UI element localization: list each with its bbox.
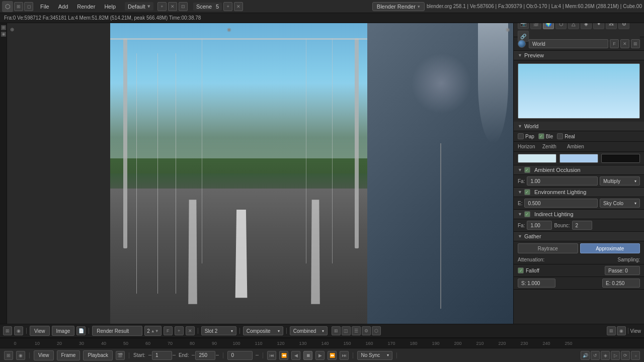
env-sky-dropdown[interactable]: Sky Colo xyxy=(600,199,640,208)
playback-view-button[interactable]: View xyxy=(34,350,54,360)
physics-icon[interactable]: ⚙ xyxy=(618,23,629,29)
view-icon-1[interactable]: ⊞ xyxy=(332,326,341,335)
render-bar-layout-icon[interactable]: ⊞ xyxy=(3,326,12,335)
object-icon[interactable]: ⬡ xyxy=(555,23,567,29)
e-input[interactable]: E: 0.250 xyxy=(602,279,640,288)
ao-multiply-dropdown[interactable]: Multiply xyxy=(600,176,640,186)
remove-scene-icon[interactable]: ✕ xyxy=(234,2,243,11)
render-icon[interactable]: 📷 xyxy=(518,23,529,29)
timeline-bar[interactable]: 0 10 20 30 40 50 60 70 80 90 100 110 120… xyxy=(0,338,644,348)
start-frame-input[interactable]: 1 xyxy=(152,351,172,360)
image-button[interactable]: Image xyxy=(52,326,75,336)
frame-icon[interactable]: F xyxy=(164,326,173,335)
play-button[interactable]: ▶ xyxy=(315,351,325,360)
texture-icon[interactable]: ✦ xyxy=(593,23,604,29)
real-checkbox[interactable] xyxy=(557,133,563,139)
right-icon-2[interactable]: ◉ xyxy=(617,326,626,335)
menu-help[interactable]: Help xyxy=(100,3,120,11)
marker-icon[interactable]: ◈ xyxy=(601,351,610,360)
world-section-header[interactable]: ▼ World xyxy=(514,122,644,131)
fullscreen-icon[interactable]: ⊡ xyxy=(179,2,188,11)
add-scene-icon[interactable]: + xyxy=(223,2,232,11)
jump-start-button[interactable]: ⏮ xyxy=(267,351,276,360)
stop-button[interactable]: ⏹ xyxy=(303,351,312,360)
play-region-icon[interactable]: ▷ xyxy=(611,351,620,360)
render-engine-selector[interactable]: Blender Render ▾ xyxy=(372,2,425,11)
raytrace-button[interactable]: Raytrace xyxy=(518,243,578,253)
world-new-icon[interactable]: ⊞ xyxy=(631,39,640,48)
right-3d-view[interactable]: ◉ xyxy=(367,23,513,324)
preview-section-header[interactable]: ▼ Preview xyxy=(514,51,644,60)
end-frame-input[interactable]: 250 xyxy=(195,351,215,360)
next-frame-button[interactable]: ⏩ xyxy=(328,351,337,360)
menu-add[interactable]: Add xyxy=(54,3,72,11)
audio-icon[interactable]: 🔊 xyxy=(581,351,590,360)
loop-icon[interactable]: ⟳ xyxy=(621,351,630,360)
world-name-input[interactable]: World xyxy=(529,39,608,48)
s-input[interactable]: S: 1.000 xyxy=(518,279,555,288)
ind-bounc-input[interactable]: 2 xyxy=(572,221,592,230)
combined-dropdown[interactable]: Combined xyxy=(290,326,328,335)
prev-frame-button[interactable]: ⏪ xyxy=(279,351,288,360)
env-checkbox[interactable] xyxy=(524,189,530,195)
mesh-icon[interactable]: △ xyxy=(568,23,579,29)
playback-frame-button[interactable]: Frame xyxy=(57,350,80,360)
falloff-checkbox[interactable] xyxy=(518,267,524,274)
scene-name[interactable]: Scene 5 xyxy=(193,3,222,11)
menu-render[interactable]: Render xyxy=(73,3,99,11)
zenith-color-swatch[interactable] xyxy=(559,154,598,163)
keyframe-icon[interactable]: ⬦ xyxy=(631,351,640,360)
world-icon active[interactable]: 🌍 xyxy=(543,23,554,29)
right-icon-1[interactable]: ⊞ xyxy=(607,326,616,335)
maximize-icon[interactable]: ◻ xyxy=(24,2,33,11)
playback-pin-icon[interactable]: ◉ xyxy=(16,351,25,360)
ind-fa-input[interactable]: 1.00 xyxy=(527,221,552,230)
gather-section-header[interactable]: ▼ Gather xyxy=(514,232,644,241)
horizon-color-swatch[interactable] xyxy=(518,154,556,163)
approximate-button[interactable]: Approximate xyxy=(580,243,640,253)
env-section-header[interactable]: ▼ Environment Lighting xyxy=(514,188,644,197)
playback-anim-icon[interactable]: 🎬 xyxy=(116,351,125,360)
view-icon-3[interactable]: ☰ xyxy=(352,326,361,335)
material-icon[interactable]: ◈ xyxy=(581,23,592,29)
frame-remove-icon[interactable]: ✕ xyxy=(186,326,195,335)
image-file-icon[interactable]: 📄 xyxy=(76,326,86,335)
slot-dropdown[interactable]: Slot 2 xyxy=(201,326,236,335)
sync-icon[interactable]: ↺ xyxy=(591,351,600,360)
world-browse-icon[interactable]: F xyxy=(610,39,619,48)
current-frame-input[interactable]: 0 xyxy=(227,351,253,360)
ble-checkbox[interactable] xyxy=(538,133,544,139)
screen-layout-icon[interactable]: ⊞ xyxy=(14,2,23,11)
frame-number-input[interactable]: 2 ▲▼ xyxy=(144,326,161,336)
view-button[interactable]: View xyxy=(30,326,50,336)
viewport[interactable]: ⊕ ◉ ↖ xyxy=(7,23,367,324)
particles-icon[interactable]: ⁂ xyxy=(606,23,617,29)
blender-icon[interactable]: ⬡ xyxy=(2,1,13,12)
ambien-color-swatch[interactable] xyxy=(601,154,640,163)
playback-layout-icon[interactable]: ⊞ xyxy=(4,351,13,360)
ao-fa-input[interactable]: 1.00 xyxy=(527,176,598,186)
passe-input[interactable]: Passe: 0 xyxy=(605,266,640,275)
view-icon-5[interactable]: ⬡ xyxy=(372,326,381,335)
view-icon-4[interactable]: ⚙ xyxy=(362,326,371,335)
menu-file[interactable]: File xyxy=(36,3,53,11)
world-options-icon[interactable]: ✕ xyxy=(620,39,629,48)
scene-icon[interactable]: 🎬 xyxy=(530,23,541,29)
play-reverse-button[interactable]: ◀ xyxy=(291,351,300,360)
indirect-section-header[interactable]: ▼ Indirect Lighting xyxy=(514,210,644,219)
frame-add-icon[interactable]: + xyxy=(175,326,184,335)
render-bar-pin-icon[interactable]: ◉ xyxy=(14,326,23,335)
scene-selector[interactable]: Default ▾ xyxy=(125,2,153,11)
ao-checkbox[interactable] xyxy=(524,167,530,173)
pap-checkbox[interactable] xyxy=(518,133,524,139)
playback-playback-button[interactable]: Playback xyxy=(83,350,113,360)
render-result-input[interactable]: Render Result xyxy=(92,326,142,336)
jump-end-button[interactable]: ⏭ xyxy=(340,351,349,360)
ao-section-header[interactable]: ▼ Ambient Occlusion xyxy=(514,165,644,175)
env-e-input[interactable]: 0.500 xyxy=(524,199,598,208)
add-screen-icon[interactable]: + xyxy=(157,2,167,11)
indirect-checkbox[interactable] xyxy=(524,211,530,217)
sync-dropdown[interactable]: No Sync xyxy=(357,351,392,360)
remove-screen-icon[interactable]: ✕ xyxy=(168,2,177,11)
composite-dropdown[interactable]: Composite xyxy=(243,326,283,335)
